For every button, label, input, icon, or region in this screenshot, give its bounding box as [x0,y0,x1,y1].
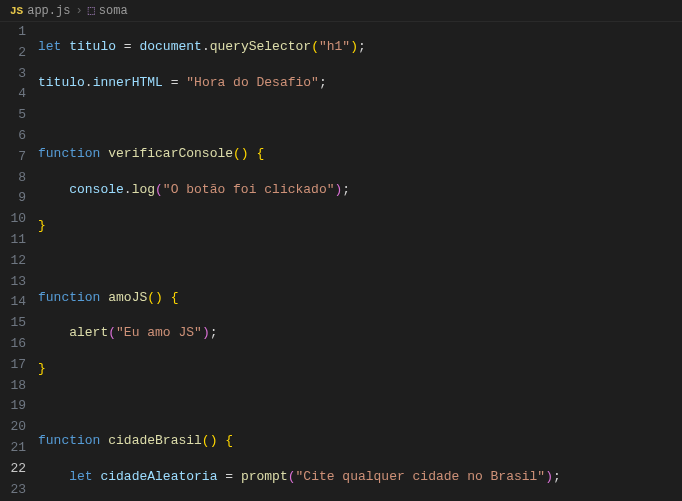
symbol-method-icon: ⬚ [88,3,95,18]
string: "Eu amo JS" [116,325,202,340]
string: "Hora do Desafio" [186,75,319,90]
identifier: titulo [69,39,116,54]
code-line[interactable]: function verificarConsole() { [38,144,682,165]
keyword: let [38,39,61,54]
code-line[interactable] [38,395,682,416]
javascript-file-icon: JS [10,5,23,17]
line-number: 12 [0,251,26,272]
line-number: 1 [0,22,26,43]
function-call: alert [69,325,108,340]
line-number: 22 [0,459,26,480]
line-number: 11 [0,230,26,251]
line-number: 7 [0,147,26,168]
identifier: cidadeAleatoria [100,469,217,484]
identifier: console [69,182,124,197]
code-line[interactable] [38,109,682,130]
string: "O botão foi clickado" [163,182,335,197]
line-number: 23 [0,480,26,501]
line-number: 14 [0,292,26,313]
keyword: function [38,146,100,161]
line-number: 13 [0,272,26,293]
code-line[interactable]: } [38,359,682,380]
code-line[interactable]: let cidadeAleatoria = prompt("Cite qualq… [38,467,682,488]
line-number: 10 [0,209,26,230]
string: "h1" [319,39,350,54]
breadcrumb-symbol[interactable]: soma [99,4,128,18]
function-name: verificarConsole [108,146,233,161]
code-line[interactable]: function cidadeBrasil() { [38,431,682,452]
code-editor[interactable]: 1 2 3 4 5 6 7 8 9 10 11 12 13 14 15 16 1… [0,22,682,501]
function-name: amoJS [108,290,147,305]
code-line[interactable]: function amoJS() { [38,288,682,309]
line-number: 2 [0,43,26,64]
code-line[interactable]: } [38,216,682,237]
identifier: innerHTML [93,75,163,90]
breadcrumb-file[interactable]: app.js [27,4,70,18]
keyword: function [38,290,100,305]
keyword: let [69,469,92,484]
code-line[interactable]: alert("Eu amo JS"); [38,323,682,344]
string: "Cite qualquer cidade no Brasil" [296,469,546,484]
code-line[interactable]: console.log("O botão foi clickado"); [38,180,682,201]
line-number: 16 [0,334,26,355]
keyword: function [38,433,100,448]
line-number: 20 [0,417,26,438]
line-number: 6 [0,126,26,147]
line-number: 5 [0,105,26,126]
code-content[interactable]: let titulo = document.querySelector("h1"… [38,22,682,501]
chevron-right-icon: › [75,4,82,18]
line-number: 21 [0,438,26,459]
identifier: document [139,39,201,54]
line-number: 15 [0,313,26,334]
function-name: cidadeBrasil [108,433,202,448]
code-line[interactable]: titulo.innerHTML = "Hora do Desafio"; [38,73,682,94]
breadcrumb[interactable]: JS app.js › ⬚ soma [0,0,682,22]
line-number: 9 [0,188,26,209]
line-number: 17 [0,355,26,376]
line-number: 19 [0,396,26,417]
code-line[interactable]: let titulo = document.querySelector("h1"… [38,37,682,58]
line-number: 8 [0,168,26,189]
function-call: log [132,182,155,197]
line-number: 18 [0,376,26,397]
line-number-gutter: 1 2 3 4 5 6 7 8 9 10 11 12 13 14 15 16 1… [0,22,38,501]
code-line[interactable] [38,252,682,273]
line-number: 3 [0,64,26,85]
identifier: titulo [38,75,85,90]
function-call: querySelector [210,39,311,54]
function-call: prompt [241,469,288,484]
line-number: 4 [0,84,26,105]
